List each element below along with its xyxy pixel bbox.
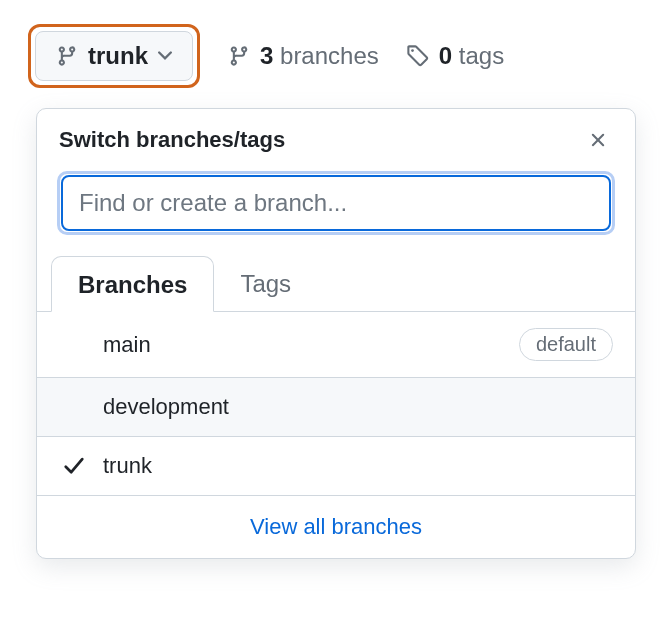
branch-switcher-popover: Switch branches/tags Branches Tags main … (36, 108, 636, 559)
tags-label: tags (459, 42, 504, 69)
tab-tags[interactable]: Tags (214, 256, 317, 312)
branch-selector-highlight: trunk (28, 24, 200, 88)
branch-icon (228, 45, 250, 67)
branches-count: 3 (260, 42, 273, 69)
branch-item-main[interactable]: main default (37, 312, 635, 378)
tag-icon (407, 45, 429, 67)
search-focus-ring (57, 171, 615, 235)
tags-count: 0 (439, 42, 452, 69)
branch-list: main default development trunk View all … (37, 312, 635, 558)
close-button[interactable] (583, 125, 613, 155)
caret-down-icon (158, 51, 172, 61)
default-badge: default (519, 328, 613, 361)
svg-point-0 (411, 49, 414, 52)
branch-name: main (103, 332, 151, 358)
branches-label: branches (280, 42, 379, 69)
popover-title: Switch branches/tags (59, 127, 285, 153)
check-icon (59, 455, 89, 477)
close-icon (587, 129, 609, 151)
tags-link[interactable]: 0 tags (407, 42, 504, 70)
tab-branches[interactable]: Branches (51, 256, 214, 312)
branch-icon (56, 45, 78, 67)
branch-selector-button[interactable]: trunk (35, 31, 193, 81)
view-all-branches-link[interactable]: View all branches (37, 496, 635, 558)
branch-item-development[interactable]: development (37, 378, 635, 437)
branch-item-trunk[interactable]: trunk (37, 437, 635, 496)
branch-name: trunk (103, 453, 152, 479)
branch-name: development (103, 394, 229, 420)
branch-search-input[interactable] (61, 175, 611, 231)
branch-selector-label: trunk (88, 42, 148, 70)
branches-link[interactable]: 3 branches (228, 42, 379, 70)
